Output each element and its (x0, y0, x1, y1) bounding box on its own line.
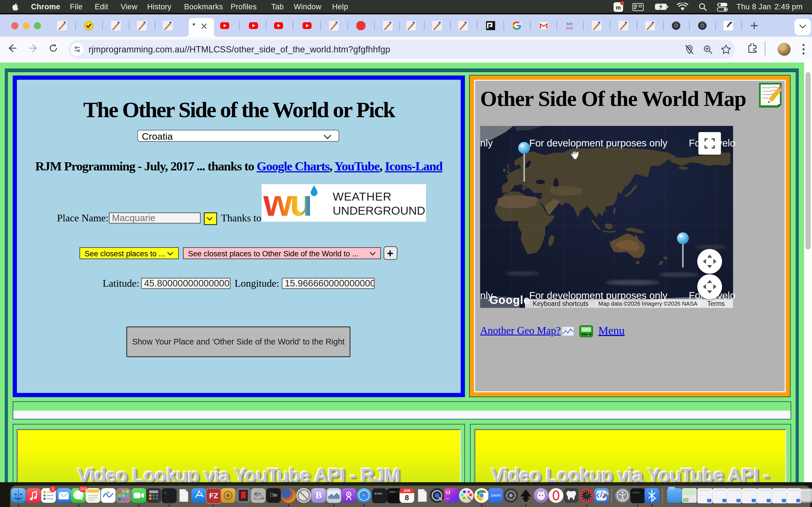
svg-text:exec: exec (374, 492, 383, 496)
svg-text:m: m (107, 490, 110, 495)
svg-text:exec: exec (632, 491, 640, 494)
svg-text:>_: >_ (164, 491, 169, 495)
svg-text:exec: exec (390, 491, 395, 493)
svg-text:UNDERGROUND: UNDERGROUND (333, 204, 425, 217)
svg-text:WEATHER: WEATHER (333, 190, 392, 203)
svg-text:brit: brit (567, 22, 573, 26)
svg-text:wu: wu (263, 184, 310, 222)
svg-text:box: box (566, 26, 573, 30)
